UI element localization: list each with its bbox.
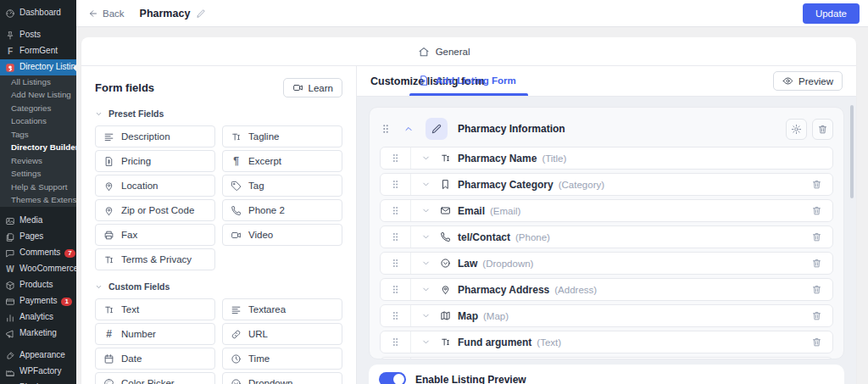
learn-button[interactable]: Learn <box>283 78 342 97</box>
sidebar-item[interactable]: Appearance <box>0 348 76 364</box>
sidebar-item[interactable]: WPFactory <box>0 364 76 380</box>
sidebar-item[interactable]: Settings <box>0 168 76 181</box>
builder-tab[interactable]: Add Listing Form <box>416 66 522 95</box>
sidebar-item[interactable]: Payments 1 <box>0 293 76 309</box>
chevron-down-icon[interactable] <box>421 232 431 242</box>
enable-preview-toggle[interactable] <box>379 372 406 384</box>
field-type-button[interactable]: Fax <box>95 224 215 246</box>
sidebar-item-label: Payments <box>19 297 57 306</box>
form-field-row[interactable]: Fund argument (Text) <box>380 331 833 353</box>
sidebar-item[interactable]: Dashboard <box>0 5 76 21</box>
field-type-button[interactable]: Terms & Privacy <box>95 248 215 270</box>
trash-icon[interactable] <box>811 310 822 321</box>
scrollbar-thumb[interactable] <box>850 105 854 198</box>
sidebar-item[interactable]: Categories <box>0 102 76 115</box>
drag-handle-icon[interactable] <box>381 331 411 353</box>
sidebar-item-label: Marketing <box>19 329 57 338</box>
trash-icon[interactable] <box>811 205 822 216</box>
form-field-row[interactable]: Email (Email) <box>380 199 833 222</box>
drag-handle-icon[interactable] <box>381 279 411 300</box>
sidebar-item[interactable]: Add New Listing <box>0 89 76 103</box>
chevron-down-icon[interactable] <box>421 153 431 163</box>
chevron-down-icon[interactable] <box>421 337 431 347</box>
drag-handle-icon[interactable] <box>381 200 411 221</box>
field-type-button[interactable]: # Number <box>95 323 215 345</box>
form-field-row[interactable]: Pharmacy Name (Title) <box>380 147 833 170</box>
field-type-button[interactable]: Description <box>95 125 215 147</box>
preview-button[interactable]: Preview <box>773 71 843 91</box>
sidebar-item[interactable]: Locations <box>0 115 76 129</box>
form-field-row[interactable]: Pharmacy Category (Category) <box>380 173 833 196</box>
field-type-label: Text <box>121 304 139 314</box>
field-type-button[interactable]: Textarea <box>222 298 342 320</box>
form-field-row[interactable]: Map (Map) <box>380 304 833 327</box>
field-type-label: Pricing <box>121 156 151 166</box>
sidebar-item[interactable]: Pages <box>0 229 76 245</box>
field-type-button[interactable]: Phone 2 <box>222 199 342 221</box>
sidebar-item[interactable]: Reviews <box>0 154 76 168</box>
field-type-icon <box>103 254 114 265</box>
chevron-down-icon[interactable] <box>421 311 431 320</box>
form-field-row[interactable]: Pharmacy Address (Address) <box>380 278 833 301</box>
form-field-row[interactable]: Law (Dropdown) <box>380 252 833 275</box>
sidebar-item[interactable]: Themes & Extensions <box>0 194 76 208</box>
sidebar-item[interactable]: Directory Listings <box>0 59 76 75</box>
preset-fields-section-toggle[interactable]: Preset Fields <box>95 109 342 119</box>
sidebar-item[interactable]: Products <box>0 277 76 293</box>
field-type-button[interactable]: Date <box>95 348 215 370</box>
field-type-button[interactable]: Time <box>222 348 342 370</box>
chevron-down-icon[interactable] <box>421 259 431 268</box>
chevron-down-icon[interactable] <box>421 206 431 215</box>
sidebar-item[interactable]: All Listings <box>0 75 76 89</box>
field-type-button[interactable]: Tag <box>222 175 342 197</box>
field-type-button[interactable]: Text <box>95 298 215 320</box>
sidebar-item[interactable]: Help & Support <box>0 181 76 194</box>
field-type-button[interactable]: Tagline <box>222 125 342 147</box>
drag-handle-icon[interactable] <box>381 174 411 195</box>
sidebar-item[interactable]: Media <box>0 213 76 229</box>
drag-handle-icon[interactable] <box>381 305 411 326</box>
sidebar-item[interactable]: W WooCommerce <box>0 261 76 277</box>
back-button[interactable]: Back <box>88 8 125 19</box>
group-delete-button[interactable] <box>812 119 833 140</box>
sidebar-item[interactable]: Analytics <box>0 309 76 326</box>
field-type-button[interactable]: Zip or Post Code <box>95 199 215 221</box>
builder-tab[interactable]: General <box>416 37 522 66</box>
field-type-button[interactable]: URL <box>222 323 342 345</box>
form-field-row[interactable]: tel/Contact (Phone) <box>380 225 833 248</box>
field-type-button[interactable]: Pricing <box>95 150 215 172</box>
trash-icon[interactable] <box>811 179 822 190</box>
sidebar-item-label: Media <box>19 216 42 225</box>
drag-handle-icon[interactable] <box>381 253 411 274</box>
update-button[interactable]: Update <box>803 3 860 24</box>
sidebar-item[interactable]: Posts <box>0 27 76 43</box>
sidebar-item[interactable]: Comments 7 <box>0 245 76 261</box>
trash-icon[interactable] <box>811 258 822 269</box>
sidebar-item[interactable]: F FormGent <box>0 43 76 59</box>
edit-title-icon[interactable] <box>196 8 206 19</box>
field-type-button[interactable]: ¶ Excerpt <box>222 150 342 172</box>
trash-icon[interactable] <box>811 337 822 348</box>
drag-handle-icon[interactable] <box>381 226 411 248</box>
group-settings-button[interactable] <box>786 119 807 140</box>
chevron-down-icon[interactable] <box>421 180 431 189</box>
field-type-button[interactable]: Location <box>95 175 215 197</box>
sidebar-item[interactable]: Tags <box>0 128 76 142</box>
custom-fields-section-toggle[interactable]: Custom Fields <box>95 281 342 292</box>
sidebar-item-label: Add New Listing <box>11 91 71 100</box>
trash-icon[interactable] <box>811 231 822 242</box>
drag-handle-icon[interactable] <box>381 147 411 169</box>
sidebar-item[interactable]: Plugins 17 <box>0 380 76 384</box>
field-type-button[interactable]: Color Picker <box>95 372 215 384</box>
field-row-icon <box>440 258 451 269</box>
field-type-button[interactable]: Dropdown <box>222 372 342 384</box>
field-type-button[interactable]: Video <box>222 224 342 246</box>
chevron-up-icon[interactable] <box>403 124 414 134</box>
form-row-partial <box>380 357 833 359</box>
drag-handle-icon[interactable] <box>380 123 392 135</box>
chevron-down-icon[interactable] <box>421 285 431 294</box>
trash-icon[interactable] <box>811 284 822 295</box>
sidebar-item[interactable]: Directory Builder <box>0 142 76 155</box>
arrow-left-icon <box>88 8 98 19</box>
sidebar-item[interactable]: Marketing <box>0 326 76 342</box>
